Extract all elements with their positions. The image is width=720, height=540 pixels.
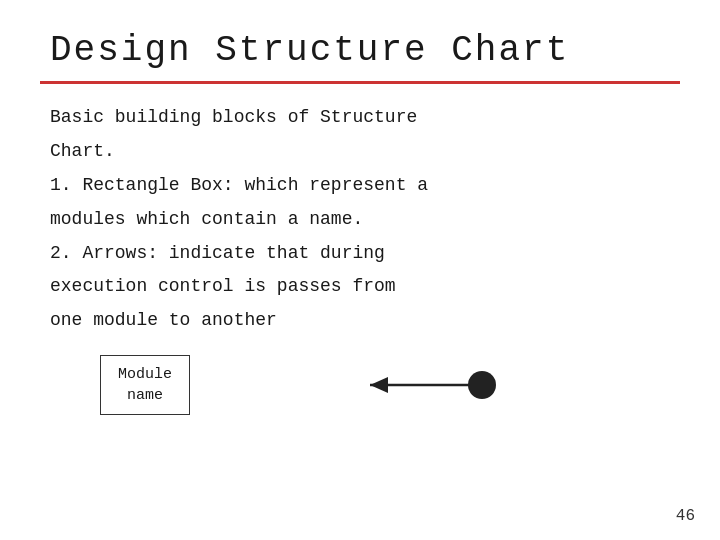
page-number: 46 — [676, 507, 695, 525]
arrow-diagram — [350, 360, 510, 410]
item1-line2: modules which contain a name. — [50, 206, 680, 234]
module-line2: name — [127, 387, 163, 404]
slide-container: Design Structure Chart Basic building bl… — [0, 0, 720, 540]
module-line1: Module — [118, 366, 172, 383]
item1-line1: 1. Rectangle Box: which represent a — [50, 172, 680, 200]
item2-line2: execution control is passes from — [50, 273, 680, 301]
diagram-area: Module name — [40, 355, 680, 415]
item2-line3: one module to another — [50, 307, 680, 335]
module-box: Module name — [100, 355, 190, 415]
title-divider — [40, 81, 680, 84]
arrow-container — [350, 360, 510, 410]
svg-marker-1 — [370, 377, 388, 393]
slide-title: Design Structure Chart — [40, 30, 680, 71]
item2-line1: 2. Arrows: indicate that during — [50, 240, 680, 268]
intro-line1: Basic building blocks of Structure — [50, 104, 680, 132]
svg-point-2 — [468, 371, 496, 399]
slide-content: Basic building blocks of Structure Chart… — [40, 104, 680, 335]
intro-line2: Chart. — [50, 138, 680, 166]
